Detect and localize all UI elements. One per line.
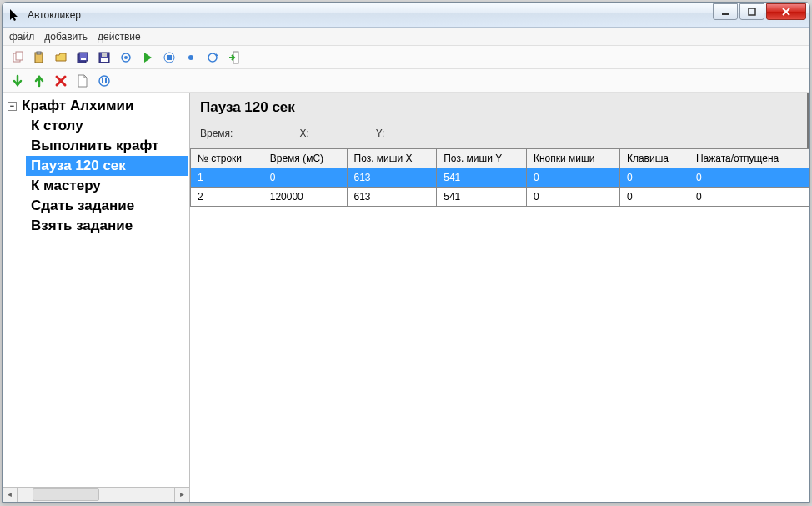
svg-rect-11 [81,58,86,60]
scroll-thumb[interactable] [33,488,99,501]
table-cell[interactable]: 0 [263,168,347,188]
tree-root-label: Крафт Алхимии [22,98,133,114]
window-title: Автокликер [28,9,711,21]
scroll-right-icon[interactable]: ► [174,488,189,502]
content-area: − Крафт Алхимии К столуВыполнить крафтПа… [3,93,809,502]
column-header[interactable]: Нажата/отпущена [689,149,809,168]
column-header[interactable]: Клавиша [619,149,689,168]
app-icon [9,8,23,22]
table-cell[interactable]: 613 [347,188,437,207]
stop-icon[interactable] [161,49,178,66]
table-cell[interactable]: 0 [689,188,809,207]
table-cell[interactable]: 2 [191,188,263,207]
collapse-icon[interactable]: − [8,102,17,111]
menu-file[interactable]: файл [9,31,34,43]
import-icon[interactable] [226,49,243,66]
svg-marker-17 [144,53,152,63]
column-header[interactable]: Время (мС) [263,149,347,168]
new-file-icon[interactable] [74,73,91,89]
data-grid[interactable]: № строкиВремя (мС)Поз. миши XПоз. миши Y… [190,148,809,207]
horizontal-scrollbar[interactable]: ◄ ► [3,487,189,502]
meta-x-label: X: [299,128,308,139]
step-icon[interactable] [183,49,199,66]
down-arrow-icon[interactable] [9,73,26,89]
tree-item[interactable]: К мастеру [26,176,188,196]
tree[interactable]: − Крафт Алхимии К столуВыполнить крафтПа… [3,93,189,487]
table-cell[interactable]: 0 [526,168,619,188]
svg-rect-1 [722,13,729,15]
close-button[interactable] [766,3,806,20]
delete-icon[interactable] [53,73,69,89]
tree-item[interactable]: Взять задание [26,216,188,236]
svg-rect-19 [167,55,172,60]
svg-point-26 [99,76,109,86]
svg-point-16 [124,56,128,59]
meta-time-label: Время: [200,128,233,139]
meta-y-label: Y: [376,128,385,139]
table-row[interactable]: 10613541000 [191,168,809,188]
table-cell[interactable]: 0 [619,168,689,188]
tree-item[interactable]: Выполнить крафт [26,136,188,156]
svg-rect-27 [102,78,103,83]
open-icon[interactable] [53,49,69,66]
table-cell[interactable]: 541 [437,168,527,188]
svg-point-20 [188,55,193,60]
copy-icon[interactable] [9,49,26,66]
tree-root-node[interactable]: − Крафт Алхимии [4,96,188,116]
table-cell[interactable]: 0 [619,188,689,207]
toolbar-2 [3,69,809,93]
detail-meta: Время: X: Y: [200,128,797,144]
paste-icon[interactable] [31,49,48,66]
loop-icon[interactable] [204,49,221,66]
record-icon[interactable] [118,49,134,66]
save-icon[interactable] [96,49,113,66]
detail-panel: Пауза 120 сек Время: X: Y: № строкиВремя… [190,93,809,502]
table-cell[interactable]: 0 [689,168,809,188]
column-header[interactable]: № строки [191,149,263,168]
table-cell[interactable]: 541 [437,188,527,207]
menu-add[interactable]: добавить [44,31,88,43]
minimize-button[interactable] [713,3,738,20]
svg-point-21 [208,53,217,62]
titlebar[interactable]: Автокликер [3,3,809,28]
svg-rect-28 [105,78,107,83]
tree-item[interactable]: Пауза 120 сек [26,156,188,176]
svg-marker-22 [216,53,218,56]
svg-rect-14 [102,53,107,57]
table-cell[interactable]: 613 [347,168,437,188]
tree-item[interactable]: К столу [26,116,188,136]
menubar: файл добавить действие [3,28,809,46]
detail-title: Пауза 120 сек [200,99,797,116]
maximize-button[interactable] [739,3,764,20]
table-cell[interactable]: 120000 [263,188,347,207]
svg-rect-6 [16,52,23,60]
svg-marker-0 [10,9,18,21]
window-controls [711,3,809,27]
svg-rect-8 [37,52,41,54]
pause-icon[interactable] [96,73,113,89]
table-cell[interactable]: 1 [191,168,263,188]
toolbar-1 [3,46,809,69]
menu-action[interactable]: действие [98,31,141,43]
column-header[interactable]: Поз. миши Y [437,149,527,168]
column-header[interactable]: Поз. миши X [347,149,437,168]
sidebar: − Крафт Алхимии К столуВыполнить крафтПа… [3,93,190,502]
app-window: Автокликер файл добавить действие [2,2,810,503]
table-cell[interactable]: 0 [526,188,619,207]
save-all-icon[interactable] [74,49,91,66]
up-arrow-icon[interactable] [31,73,48,89]
detail-header: Пауза 120 сек Время: X: Y: [190,93,809,148]
scroll-left-icon[interactable]: ◄ [3,488,18,502]
svg-rect-2 [749,8,755,15]
tree-item[interactable]: Сдать задание [26,196,188,216]
play-icon[interactable] [139,49,156,66]
svg-rect-13 [101,58,108,62]
table-row[interactable]: 2120000613541000 [191,188,809,207]
column-header[interactable]: Кнопки миши [526,149,619,168]
